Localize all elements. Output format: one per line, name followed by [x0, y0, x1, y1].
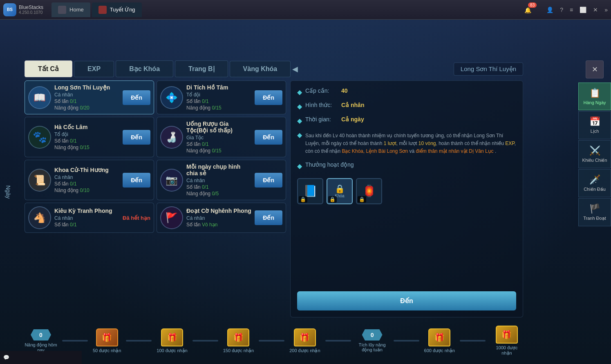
tab-arrow-icon: ◀: [292, 65, 298, 74]
detail-panel: ◆ Cấp cần: 40 ◆ Hình thức: Cả nhân ◆ Thờ…: [290, 80, 523, 317]
quest-energy-q3: Năng động 0/15: [54, 145, 119, 150]
close-button[interactable]: ✕: [586, 60, 604, 78]
detail-rewards-row: ◆ Thưởng hoạt động: [297, 161, 516, 170]
quest-item-q1[interactable]: 📖 Long Sơn Thí Luyện Cá nhân Số lần 0/1 …: [25, 80, 154, 114]
quest-icon-q6: 📷: [160, 169, 183, 192]
quest-item-q3[interactable]: 🐾 Hà Cốc Lâm Tổ đội Số lần 0/1 Năng động…: [25, 117, 154, 157]
tab-gold[interactable]: Vàng Khóa: [230, 61, 291, 77]
combat-icon: 🗡️: [589, 174, 600, 185]
go-button-q5[interactable]: Đến: [123, 173, 150, 188]
menu-daily[interactable]: 📋 Hàng Ngày: [578, 83, 611, 110]
quest-type-q4: Gia Tộc: [186, 135, 251, 141]
menu-icon[interactable]: ≡: [570, 7, 573, 13]
reward-items: 📘 🔒 🔒 Khóa 🔒 🏮 🔒: [297, 178, 516, 204]
level-value: 40: [341, 87, 348, 94]
quest-item-q4[interactable]: 🍶 Uống Rượu Gia Tộc(Bội số thấp) Gia Tộc…: [157, 117, 286, 157]
quest-item-q7[interactable]: 🐴 Kiêu Kỳ Tranh Phong Cá nhân Số lần 0/1…: [25, 203, 154, 233]
quest-icon-q7: 🐴: [28, 206, 51, 229]
quest-name-q1: Long Sơn Thí Luyện: [54, 84, 119, 91]
content-area: 📖 Long Sơn Thí Luyện Cá nhân Số lần 0/1 …: [25, 80, 523, 317]
menu-combat[interactable]: 🗡️ Chiến Đấu: [578, 169, 611, 197]
compete-icon: 🏴: [589, 203, 600, 214]
quest-icon-q2: 💠: [160, 86, 183, 109]
restore-icon[interactable]: ⬜: [580, 7, 586, 13]
detail-time-row: ◆ Thời gian: Cả ngày: [297, 116, 516, 125]
quest-item-q5[interactable]: 📜 Khoa Cử-Thi Hương Cá nhân Số lần 0/1 N…: [25, 160, 154, 200]
progress-line-2: [126, 340, 152, 342]
quest-energy-q4: Năng động 0/15: [186, 148, 251, 154]
quest-energy-q5: Năng động 0/10: [54, 188, 119, 193]
quest-columns: 📖 Long Sơn Thí Luyện Cá nhân Số lần 0/1 …: [25, 80, 286, 233]
home-tab-icon: [58, 6, 66, 14]
quest-info-q5: Khoa Cử-Thi Hương Cá nhân Số lần 0/1 Năn…: [54, 167, 119, 193]
chest-gold-600: 🎁: [428, 328, 450, 346]
go-button-q4[interactable]: Đến: [255, 130, 282, 145]
close-icon[interactable]: ✕: [593, 7, 598, 13]
go-button-q3[interactable]: Đến: [123, 130, 150, 145]
chest-gold-1000: 🎁: [496, 326, 518, 344]
titlebar-controls: 🔔83 👤 ? ≡ ⬜ ✕ »: [524, 6, 608, 13]
app-tab-bar: Home Tuyết Ứng: [51, 2, 524, 17]
progress-line-6: [394, 340, 419, 342]
quest-name-q4: Uống Rượu Gia Tộc(Bội số thấp): [186, 121, 251, 134]
quest-item-q2[interactable]: 💠 Di Tích Hồ Tâm Tổ đội Số lần 0/1 Năng …: [157, 80, 286, 114]
detail-go-button[interactable]: Đến: [297, 291, 516, 310]
game-tab-nav: Tất Cả EXP Bạc Khóa Trang Bị Vàng Khóa ◀…: [25, 60, 523, 77]
quest-icon-q4: 🍶: [160, 126, 183, 149]
compete-label: Tranh Đoạt: [583, 216, 606, 221]
go-button-q2[interactable]: Đến: [255, 90, 282, 105]
challenge-label: Khiêu Chiến: [582, 158, 607, 163]
titlebar: BS BlueStacks 4.250.0.1070 Home Tuyết Ứn…: [0, 0, 611, 20]
tab-equipment[interactable]: Trang Bị: [175, 60, 228, 77]
go-button-q6[interactable]: Đến: [255, 173, 282, 188]
quest-energy-q2: Năng động 0/15: [186, 105, 251, 111]
format-value: Cả nhân: [341, 102, 364, 108]
milestone-1000-label: 1000 được nhận: [490, 345, 523, 356]
quest-type-q2: Tổ đội: [186, 92, 251, 98]
go-button-q1[interactable]: Đến: [123, 90, 150, 105]
progress-line-3: [192, 340, 218, 342]
tab-exp[interactable]: EXP: [74, 61, 114, 77]
diamond-icon-desc: ◆: [297, 131, 302, 139]
milestone-200-label: 200 được nhận: [289, 348, 320, 353]
quest-name-q3: Hà Cốc Lâm: [54, 124, 119, 130]
milestone-200: 🎁 200 được nhận: [289, 328, 320, 353]
quest-name-q6: Mỗi ngày chụp hình chia sẻ: [186, 163, 251, 176]
tab-all[interactable]: Tất Cả: [25, 60, 72, 77]
go-button-q8[interactable]: Đến: [255, 210, 282, 225]
time-value: Cả ngày: [341, 116, 364, 123]
reward-lock-3: 🔒: [358, 196, 366, 203]
app-version: 4.250.0.1070: [19, 10, 43, 15]
quest-name-q5: Khoa Cử-Thi Hương: [54, 167, 119, 173]
menu-compete[interactable]: 🏴 Tranh Đoạt: [578, 198, 611, 226]
quest-item-q6[interactable]: 📷 Mỗi ngày chụp hình chia sẻ Cá nhân Số …: [157, 160, 286, 200]
quest-type-q5: Cá nhân: [54, 174, 119, 180]
help-icon[interactable]: ?: [560, 7, 563, 13]
tab-game[interactable]: Tuyết Ứng: [92, 2, 142, 17]
expired-label-q7: Đã hết hạn: [123, 215, 150, 221]
detail-description: Sau khi đến Lv 40 hoàn thành nhiệm vụ ch…: [305, 132, 516, 156]
chat-icon[interactable]: 💬: [3, 355, 9, 360]
progress-line-7: [460, 340, 486, 342]
quest-item-q8[interactable]: 🚩 Đoạt Cờ Nghênh Phong Cá nhân Số lần Vô…: [157, 203, 286, 233]
quest-type-q3: Tổ đội: [54, 132, 119, 137]
left-label: Ngày: [5, 185, 11, 199]
game-background: Ngày Tất Cả EXP Bạc Khóa Trang Bị Vàng K…: [0, 20, 611, 364]
app-logo: BS BlueStacks 4.250.0.1070: [3, 3, 43, 16]
weekly-energy-item: 0 Tích lũy năng động tuần: [356, 329, 389, 353]
more-icon[interactable]: »: [604, 7, 608, 13]
reward-icon-2: 🔒: [335, 184, 345, 194]
tab-home[interactable]: Home: [51, 2, 90, 17]
milestone-50-label: 50 được nhận: [93, 348, 121, 353]
quest-count-q8: Số lần Vô hạn: [186, 222, 251, 228]
notification-icon[interactable]: 🔔83: [524, 6, 540, 13]
combat-label: Chiến Đấu: [584, 187, 606, 192]
menu-calendar[interactable]: 📅 Lịch: [578, 111, 611, 139]
account-icon[interactable]: 👤: [546, 7, 553, 13]
tab-silver[interactable]: Bạc Khóa: [116, 60, 173, 77]
menu-challenge[interactable]: ⚔️ Khiêu Chiến: [578, 140, 611, 168]
reward-lock-1: 🔒: [299, 196, 307, 203]
weekly-energy-value: 0: [362, 329, 383, 341]
quest-icon-q3: 🐾: [28, 126, 51, 149]
milestone-150: 🎁 150 được nhận: [223, 328, 254, 353]
